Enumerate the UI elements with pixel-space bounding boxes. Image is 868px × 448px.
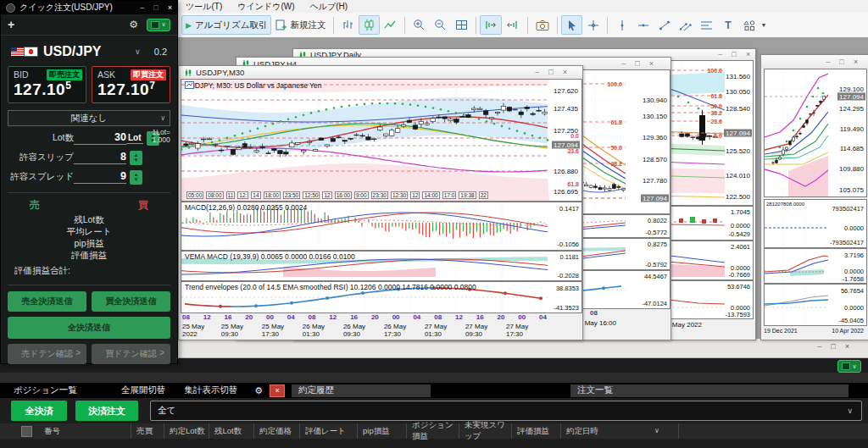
minimize-icon[interactable]: – (140, 4, 144, 12)
ask-button[interactable]: ASK 即買注文 127.107 (92, 66, 170, 103)
minimize-icon[interactable]: – (621, 60, 626, 68)
stepper-down-icon[interactable]: ▼ (134, 158, 139, 163)
minimize-icon[interactable]: – (718, 51, 722, 58)
zoom-in-button[interactable] (409, 15, 430, 35)
menu-tools[interactable]: ツール(T) (178, 1, 230, 13)
screenshot-button[interactable] (531, 15, 554, 35)
weekly-price-pane[interactable]: 129.100 127.094 124.295 119.490 114.685 … (764, 69, 867, 197)
window-titlebar[interactable]: クイック注文(USD/JPY) –□× (1, 1, 177, 14)
symbol-filter-dropdown[interactable]: 全て∨ (150, 401, 862, 421)
chart-window-m30[interactable]: USDJPY,M30 –□× USDJPY, M30: US Dollar vs… (178, 65, 583, 340)
symbol-selector[interactable]: USD/JPY ∨ 0.2 (1, 36, 177, 66)
bid-button[interactable]: BID 即売注文 127.105 (8, 66, 86, 103)
allowed-spread-input[interactable]: 9 (74, 170, 126, 184)
tab-order-list[interactable]: 注文一覧 (570, 384, 849, 397)
slippage-input[interactable]: 8 (74, 151, 126, 164)
expand-all-toggle[interactable]: 全展開切替 (121, 384, 166, 396)
trendline-button[interactable] (654, 15, 675, 35)
candlestick-button[interactable] (359, 15, 380, 35)
aggregate-view-toggle[interactable]: 集計表示切替 (184, 384, 237, 396)
m30-price-pane[interactable]: USDJPY, M30: US Dollar vs Japanese Yen 0… (181, 79, 582, 202)
close-icon[interactable]: × (563, 69, 567, 76)
column-header[interactable]: pip損益 (357, 423, 406, 439)
minimize-icon[interactable]: – (826, 58, 830, 66)
channel-button[interactable] (675, 15, 696, 35)
horizontal-line-button[interactable] (632, 15, 654, 35)
move-icon[interactable]: + (8, 18, 14, 31)
column-header[interactable]: ポジション損益 (406, 423, 459, 439)
close-icon[interactable]: × (649, 60, 654, 68)
algo-trading-button[interactable]: ▶ アルゴリズム取引 (181, 15, 271, 35)
column-header[interactable]: 売買 (131, 423, 164, 439)
related-order-dropdown[interactable]: 関連なし∨ (8, 110, 170, 126)
new-order-button[interactable]: 新規注文 (271, 15, 330, 35)
buy-reverse-button[interactable]: 買ドテン確認> (92, 344, 170, 364)
maximize-icon[interactable]: □ (153, 4, 158, 12)
menu-help[interactable]: ヘルプ(H) (303, 1, 356, 13)
maximize-icon[interactable]: □ (548, 69, 553, 76)
m30-trend-pane[interactable]: Trend envelopes (20.0 of 14.5 EMA smooth… (181, 281, 582, 313)
maximize-icon[interactable]: □ (831, 343, 835, 351)
zoom-out-button[interactable] (430, 15, 451, 35)
slippage-stepper[interactable]: ▲▼ (130, 151, 142, 165)
close-icon[interactable]: × (746, 51, 750, 58)
gear-icon[interactable]: ⚙ (254, 385, 263, 396)
weekly-indicator2-pane[interactable]: 3.7196 0.0000 -1.7658 (764, 248, 867, 284)
weekly-indicator2-chart[interactable] (765, 249, 828, 283)
sell-close-all-button[interactable]: 売全決済送信 (8, 291, 86, 312)
minimize-icon[interactable]: – (817, 343, 821, 351)
scroll-to-end-button[interactable] (480, 15, 502, 35)
vertical-line-button[interactable] (611, 15, 632, 35)
maximize-icon[interactable]: □ (839, 58, 843, 66)
text-button[interactable]: T (717, 15, 738, 35)
cursor-button[interactable] (561, 15, 582, 35)
column-header[interactable]: 評価レート (299, 423, 357, 439)
column-header[interactable]: 約定日時 (560, 423, 679, 439)
chart-properties-icon[interactable] (185, 81, 194, 89)
column-header[interactable]: 約定価格 (253, 423, 299, 439)
minimize-icon[interactable]: – (535, 69, 539, 76)
weekly-indicator3-chart[interactable] (765, 285, 828, 325)
chart-window-weekly[interactable]: –□× 129.100 127.094 124.295 119.490 114.… (760, 54, 868, 340)
column-header[interactable]: 約定Lot数 (164, 423, 209, 439)
lot-input[interactable]: 30 (74, 131, 126, 145)
tile-windows-button[interactable] (451, 15, 472, 35)
window-titlebar[interactable]: –□× (761, 55, 868, 69)
spread-stepper[interactable]: ▲▼ (130, 170, 142, 185)
column-header[interactable]: 残Lot数 (209, 423, 253, 439)
close-icon[interactable]: × (168, 4, 172, 12)
window-titlebar[interactable]: USDJPY,M30 –□× (179, 66, 582, 79)
line-chart-button[interactable] (380, 15, 401, 35)
bar-chart-button[interactable] (337, 15, 359, 35)
select-all-checkbox[interactable] (21, 426, 32, 437)
tab-execution-history[interactable]: 約定履歴 (292, 384, 431, 397)
close-icon[interactable]: × (845, 343, 849, 351)
sell-reverse-button[interactable]: 売ドテン確認> (8, 344, 86, 364)
chart-shift-button[interactable] (502, 15, 524, 35)
close-filter-button[interactable]: × (270, 384, 285, 397)
column-header[interactable]: 未実現スワップ (459, 423, 511, 439)
column-header[interactable]: 評価損益 (511, 423, 560, 439)
maximize-icon[interactable]: □ (732, 51, 736, 58)
m30-vema-pane[interactable]: VEMA MACD (19,39,9) 0.0065 0.0000 0.0166… (181, 251, 582, 281)
weekly-indicator1-pane[interactable]: 281207808.0000 793502417 0.0000 -7935024… (764, 199, 867, 248)
weekly-indicator1-chart[interactable] (765, 200, 828, 247)
weekly-indicator3-pane[interactable]: 56.7654 0.0000 -45.0405 (764, 284, 867, 326)
m30-macd-pane[interactable]: MACD(12,26,9) 0.0280 0.0255 0.0024 0.141… (181, 202, 582, 251)
panel-toggle-button[interactable]: ∨ (837, 360, 861, 373)
panel-toggle-button[interactable]: ∨ (147, 19, 170, 31)
menu-window[interactable]: ウインドウ(W) (230, 1, 302, 13)
close-order-button[interactable]: 決済注文 (75, 401, 138, 421)
close-all-button[interactable]: 全決済送信 (8, 317, 170, 339)
stepper-down-icon[interactable]: ▼ (134, 177, 139, 182)
weekly-price-chart[interactable] (765, 69, 828, 196)
crosshair-button[interactable] (582, 15, 604, 35)
shapes-button[interactable]: ▼ (738, 15, 771, 35)
m30-price-chart[interactable] (181, 80, 549, 201)
close-icon[interactable]: × (854, 58, 858, 66)
buy-close-all-button[interactable]: 買全決済送信 (92, 291, 170, 312)
fibonacci-button[interactable] (696, 15, 717, 35)
gear-icon[interactable]: ⚙ (129, 19, 138, 30)
column-header[interactable]: 番号 (39, 423, 131, 439)
maximize-icon[interactable]: □ (635, 60, 639, 68)
